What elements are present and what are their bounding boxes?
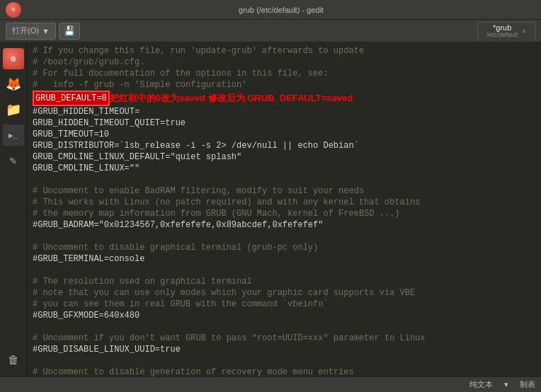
save-icon: 💾 xyxy=(64,25,75,36)
code-line: # note that you can use only modes which… xyxy=(27,287,541,299)
main-area: ⊙ 🦊 📁 ▶_ ✎ 🗑 # If you change this file, … xyxy=(0,42,541,376)
code-line: # If you change this file, run 'update-g… xyxy=(27,45,541,57)
code-line: GRUB_CMDLINE_LINUX="" xyxy=(27,163,541,174)
ubuntu-logo: ⊙ xyxy=(11,6,15,13)
sidebar-terminal-icon[interactable]: ▶_ xyxy=(3,125,24,146)
code-line xyxy=(27,174,541,185)
tab-close-button[interactable]: × xyxy=(522,28,526,35)
code-line: #GRUB_BADRAM="0x01234567,0xfefefefe,0x89… xyxy=(27,219,541,231)
code-line: # Uncomment to enable BadRAM filtering, … xyxy=(27,185,541,197)
code-line: GRUB_CMDLINE_LINUX_DEFAULT="quiet splash… xyxy=(27,151,541,163)
grub-tab[interactable]: *grub /etc/default × xyxy=(477,22,535,40)
code-line: GRUB_HIDDEN_TIMEOUT_QUIET=true xyxy=(27,117,541,129)
open-button[interactable]: 打开(O) ▼ xyxy=(6,23,56,40)
sidebar-ubuntu-icon[interactable]: ⊙ xyxy=(3,48,24,69)
editor: # If you change this file, run 'update-g… xyxy=(27,42,541,376)
code-line: # For full documentation of the options … xyxy=(27,68,541,79)
tab-bar: *grub /etc/default × xyxy=(477,22,535,40)
open-arrow: ▼ xyxy=(42,27,50,35)
code-line: # Uncomment if you don't want GRUB to pa… xyxy=(27,333,541,344)
code-line: GRUB_TIMEOUT=10 xyxy=(27,129,541,140)
code-line xyxy=(27,265,541,276)
code-line: # Uncomment to disable graphical termina… xyxy=(27,242,541,253)
code-line: # /boot/grub/grub.cfg. xyxy=(27,57,541,68)
code-line xyxy=(27,321,541,333)
sidebar-firefox-icon[interactable]: 🦊 xyxy=(3,74,24,95)
code-line: #GRUB_TERMINAL=console xyxy=(27,253,541,265)
code-line: #GRUB_GFXMODE=640x480 xyxy=(27,310,541,321)
ubuntu-menu-button[interactable]: ⊙ xyxy=(6,2,21,18)
code-line: # This works with Linux (no patch requir… xyxy=(27,197,541,208)
open-label: 打开(O) xyxy=(12,25,39,36)
save-icon-button[interactable]: 💾 xyxy=(59,23,80,40)
editor-content[interactable]: # If you change this file, run 'update-g… xyxy=(27,42,541,376)
sidebar-files-icon[interactable]: 📁 xyxy=(3,99,24,120)
sidebar: ⊙ 🦊 📁 ▶_ ✎ 🗑 xyxy=(0,42,27,376)
grub-default-highlighted: GRUB_DEFAULT=0 xyxy=(33,91,110,106)
code-line: # info -f grub -n 'Simple configuration' xyxy=(27,79,541,91)
window-title: grub (/etc/default) - gedit xyxy=(27,6,535,14)
toolbar: 打开(O) ▼ 💾 *grub /etc/default × xyxy=(0,20,541,42)
encoding-label: 制表 xyxy=(520,379,535,390)
instruction-text: 把红框中的0改为saved 修改后为 GRUB_DEFAULT=saved xyxy=(110,92,353,105)
sidebar-text-editor-icon[interactable]: ✎ xyxy=(3,150,24,171)
code-line: # Uncomment to disable generation of rec… xyxy=(27,367,541,376)
code-line: GRUB_DEFAULT=0 把红框中的0改为saved 修改后为 GRUB_D… xyxy=(27,91,541,106)
tab-sublabel: /etc/default xyxy=(486,32,518,39)
code-line: #GRUB_HIDDEN_TIMEOUT= xyxy=(27,106,541,117)
sidebar-trash-icon[interactable]: 🗑 xyxy=(3,350,24,371)
statusbar-separator: ▾ xyxy=(504,380,508,389)
code-line: GRUB_DISTRIBUTOR=`lsb_release -i -s 2> /… xyxy=(27,140,541,151)
code-line xyxy=(27,355,541,367)
code-line: # The resolution used on graphical termi… xyxy=(27,276,541,287)
statusbar: 纯文本 ▾ 制表 xyxy=(0,376,541,392)
titlebar: ⊙ grub (/etc/default) - gedit xyxy=(0,0,541,20)
code-line xyxy=(27,231,541,242)
code-line: # you can see them in real GRUB with the… xyxy=(27,299,541,310)
code-line: # the memory map information from GRUB (… xyxy=(27,208,541,219)
code-line: #GRUB_DISABLE_LINUX_UUID=true xyxy=(27,344,541,355)
text-mode-label: 纯文本 xyxy=(469,379,493,390)
